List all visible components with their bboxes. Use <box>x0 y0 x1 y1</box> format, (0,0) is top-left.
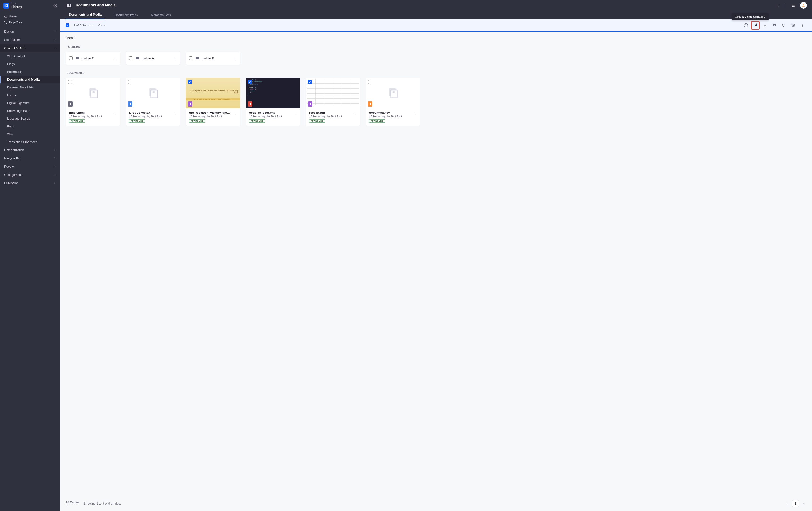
nav-digital-signature[interactable]: Digital Signature <box>0 99 60 107</box>
svg-rect-22 <box>792 5 793 6</box>
entries-count[interactable]: 20 Entries <box>66 501 80 507</box>
selection-count: 3 of 9 Selected <box>74 24 94 27</box>
nav-home-label: Home <box>9 15 17 18</box>
svg-rect-26 <box>793 6 794 7</box>
document-card[interactable]: import React import class DropDown state… <box>245 78 300 126</box>
nav-polls[interactable]: Polls <box>0 123 60 130</box>
svg-point-42 <box>175 59 175 59</box>
svg-point-34 <box>802 24 803 25</box>
document-thumbnail: import React import class DropDown state… <box>246 78 300 108</box>
document-card[interactable]: document.key19 Hours ago by Test TestAPP… <box>366 78 420 126</box>
svg-point-33 <box>783 24 783 25</box>
document-card[interactable]: index.html19 Hours ago by Test TestAPPRO… <box>66 78 120 126</box>
nav-categorization[interactable]: Categorization <box>0 146 60 154</box>
nav-documents-media[interactable]: Documents and Media <box>0 76 60 83</box>
nav-design[interactable]: Design <box>0 27 60 36</box>
document-card[interactable]: A Comprehensive Review of Published GRE®… <box>186 78 240 126</box>
topbar-kebab-icon[interactable] <box>775 2 782 8</box>
folder-checkbox[interactable] <box>189 56 193 60</box>
svg-rect-21 <box>794 4 795 4</box>
document-checkbox[interactable] <box>188 80 192 84</box>
document-checkbox[interactable] <box>368 80 372 84</box>
document-checkbox[interactable] <box>128 80 132 84</box>
chevron-right-icon <box>53 157 56 160</box>
nav-translation-processes[interactable]: Translation Processes <box>0 138 60 146</box>
nav-people[interactable]: People <box>0 162 60 171</box>
document-thumbnail <box>66 78 120 108</box>
trash-icon[interactable] <box>789 21 798 30</box>
document-kebab-icon[interactable] <box>354 111 357 123</box>
svg-point-35 <box>802 25 803 26</box>
folder-card[interactable]: Folder C <box>66 52 120 65</box>
folder-kebab-icon[interactable] <box>114 56 117 60</box>
document-checkbox[interactable] <box>308 80 312 84</box>
nav-site-builder[interactable]: Site Builder <box>0 36 60 44</box>
tab-documents-media[interactable]: Documents and Media <box>66 13 105 19</box>
pager-prev[interactable] <box>784 500 791 507</box>
svg-marker-9 <box>55 5 56 6</box>
svg-point-16 <box>778 4 779 4</box>
nav-recycle-bin[interactable]: Recycle Bin <box>0 154 60 162</box>
nav-content-data[interactable]: Content & Data <box>0 44 60 52</box>
document-card[interactable]: DropDown.tsx19 Hours ago by Test TestAPP… <box>126 78 180 126</box>
breadcrumb-home[interactable]: Home <box>66 36 807 40</box>
signature-pen-icon[interactable] <box>751 21 760 30</box>
download-icon[interactable] <box>760 21 769 30</box>
nav-page-tree[interactable]: Page Tree <box>0 19 60 26</box>
status-badge: APPROVED <box>369 119 385 123</box>
svg-rect-49 <box>93 93 96 94</box>
svg-point-32 <box>746 24 746 25</box>
app-grid-icon[interactable] <box>790 2 797 8</box>
document-checkbox[interactable] <box>248 80 252 84</box>
nav-publishing[interactable]: Publishing <box>0 179 60 187</box>
document-kebab-icon[interactable] <box>174 111 177 123</box>
thumb-text: A Comprehensive Review of Published GRE®… <box>188 89 238 94</box>
pager-next[interactable] <box>800 500 807 507</box>
more-actions-icon[interactable] <box>798 21 807 30</box>
tab-metadata-sets[interactable]: Metadata Sets <box>148 13 174 19</box>
document-title: receipt.pdf <box>309 111 351 114</box>
nav-configuration[interactable]: Configuration <box>0 171 60 179</box>
panel-toggle-icon[interactable] <box>66 2 72 8</box>
pager-page-1[interactable]: 1 <box>792 500 799 507</box>
nav-knowledge-base[interactable]: Knowledge Base <box>0 107 60 115</box>
document-kebab-icon[interactable] <box>114 111 117 123</box>
svg-rect-23 <box>793 5 794 6</box>
tag-icon[interactable] <box>779 21 788 30</box>
move-folder-icon[interactable] <box>770 21 779 30</box>
document-kebab-icon[interactable] <box>294 111 297 123</box>
select-all-checkbox[interactable] <box>66 23 69 27</box>
nav-forms[interactable]: Forms <box>0 91 60 99</box>
page-title: Documents and Media <box>76 3 116 7</box>
folder-checkbox[interactable] <box>129 56 133 60</box>
tab-document-types[interactable]: Document Types <box>112 13 141 19</box>
svg-rect-4 <box>7 5 8 6</box>
user-avatar[interactable] <box>800 2 807 8</box>
nav-blogs[interactable]: Blogs <box>0 60 60 68</box>
nav-home[interactable]: Home <box>0 13 60 19</box>
nav-dynamic-data-lists[interactable]: Dynamic Data Lists <box>0 83 60 91</box>
compass-icon[interactable] <box>53 4 57 7</box>
svg-rect-55 <box>152 91 155 93</box>
nav-page-tree-label: Page Tree <box>9 21 22 24</box>
clear-selection-button[interactable]: Clear <box>98 24 106 27</box>
nav-wiki[interactable]: Wiki <box>0 130 60 138</box>
folder-kebab-icon[interactable] <box>234 56 237 60</box>
folder-card[interactable]: Folder A <box>126 52 180 65</box>
document-card[interactable]: receipt.pdf19 Hours ago by Test TestAPPR… <box>306 78 360 126</box>
document-kebab-icon[interactable] <box>234 111 237 123</box>
site-header[interactable]: SITE Liferay <box>0 0 60 11</box>
folder-kebab-icon[interactable] <box>174 56 177 60</box>
nav-message-boards[interactable]: Message Boards <box>0 115 60 123</box>
folder-card[interactable]: Folder B <box>186 52 240 65</box>
document-meta: 19 Hours ago by Test Test <box>189 115 231 118</box>
document-kebab-icon[interactable] <box>413 111 417 123</box>
svg-point-74 <box>415 113 415 113</box>
document-title: document.key <box>369 111 411 114</box>
nav-web-content[interactable]: Web Content <box>0 52 60 60</box>
nav-bookmarks[interactable]: Bookmarks <box>0 68 60 76</box>
document-checkbox[interactable] <box>68 80 72 84</box>
svg-rect-14 <box>67 4 70 7</box>
folder-checkbox[interactable] <box>69 56 72 60</box>
info-icon[interactable] <box>742 21 750 30</box>
